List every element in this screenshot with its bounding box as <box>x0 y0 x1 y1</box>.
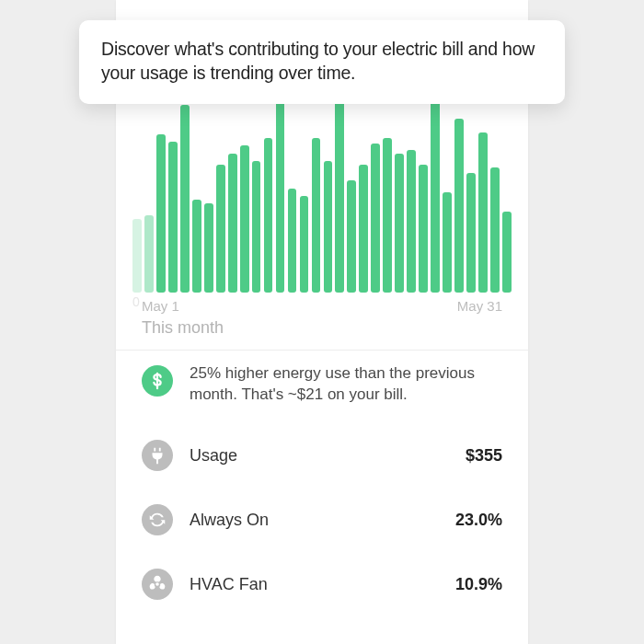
divider <box>116 350 528 351</box>
list-item-hvac-fan[interactable]: HVAC Fan 10.9% <box>142 552 502 616</box>
chart-bar <box>490 167 500 293</box>
axis-start-label: May 1 <box>142 298 179 314</box>
chart-bar <box>407 150 416 293</box>
list-value: $355 <box>466 446 502 466</box>
fan-icon <box>142 569 173 600</box>
chart-bar <box>383 138 392 293</box>
chart-bar <box>252 161 261 293</box>
usage-bar-chart <box>132 99 512 293</box>
axis-zero: 0 <box>132 294 140 309</box>
chart-bar <box>359 165 368 293</box>
tooltip-text: Discover what's contributing to your ele… <box>101 37 543 86</box>
chart-bar <box>502 212 512 293</box>
summary-row: 25% higher energy use than the previous … <box>116 363 528 406</box>
chart-bar <box>466 173 476 293</box>
chart-bar <box>168 142 178 293</box>
plug-icon <box>142 440 173 471</box>
axis-end-label: May 31 <box>457 298 502 314</box>
chart-bar <box>264 138 273 293</box>
chart-bar <box>419 165 428 293</box>
list-item-usage[interactable]: Usage $355 <box>142 423 502 488</box>
x-axis-labels: May 1 May 31 <box>142 294 502 316</box>
summary-text: 25% higher energy use than the previous … <box>190 363 502 406</box>
chart-bar <box>204 203 213 293</box>
list-label: HVAC Fan <box>190 575 439 594</box>
chart-bar <box>335 99 344 293</box>
dollar-icon <box>142 365 173 397</box>
chart-bar <box>371 144 380 293</box>
list-value: 23.0% <box>455 511 502 530</box>
chart-bar <box>216 165 225 293</box>
chart-bar <box>276 99 285 293</box>
svg-point-1 <box>155 582 159 586</box>
chart-bar <box>443 192 452 293</box>
cycle-icon <box>142 504 173 535</box>
info-tooltip: Discover what's contributing to your ele… <box>79 20 565 104</box>
chart-bar <box>312 138 321 293</box>
chart-bar <box>454 119 464 293</box>
chart-bar <box>180 105 190 293</box>
breakdown-list: Usage $355 Always On 23.0% HVAC Fan 10.9… <box>116 423 528 616</box>
chart-bar <box>288 189 297 293</box>
chart-bar <box>431 99 440 293</box>
list-item-always-on[interactable]: Always On 23.0% <box>142 488 502 552</box>
chart-bar <box>478 132 488 293</box>
chart-bar <box>156 134 166 293</box>
list-label: Always On <box>190 511 439 530</box>
list-label: Usage <box>190 446 449 466</box>
chart-bar <box>144 215 154 293</box>
list-value: 10.9% <box>455 575 502 594</box>
chart-bar <box>395 154 404 293</box>
chart-bar <box>300 196 309 293</box>
chart-bar <box>324 161 333 293</box>
period-label: This month <box>142 318 224 338</box>
chart-bar <box>240 145 249 293</box>
chart-bar <box>228 154 237 293</box>
chart-bar <box>192 200 201 293</box>
chart-bar <box>132 219 142 293</box>
chart-bar <box>347 180 356 293</box>
